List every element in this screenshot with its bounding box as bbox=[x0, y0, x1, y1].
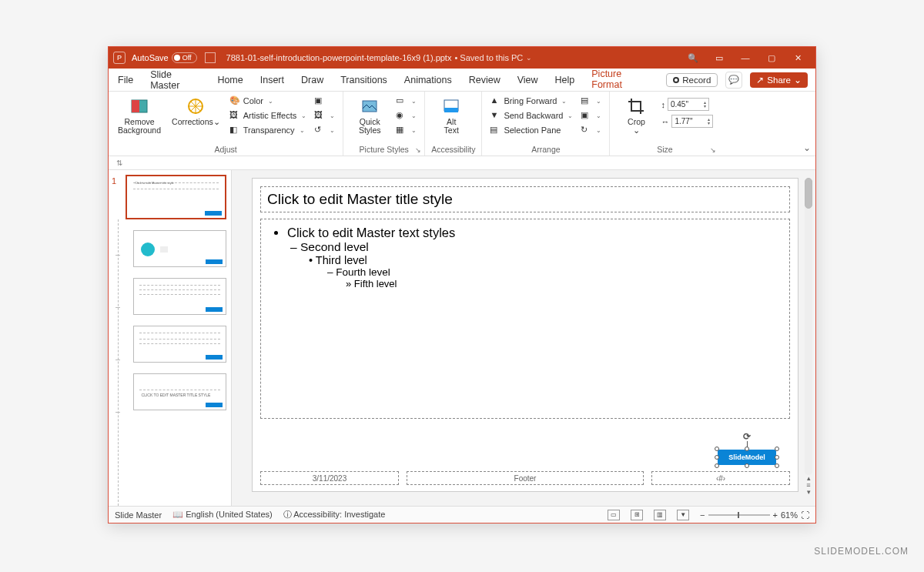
crop-button[interactable]: Crop⌄ bbox=[616, 95, 656, 136]
record-button[interactable]: Record bbox=[666, 73, 718, 87]
resize-handle[interactable] bbox=[715, 447, 719, 451]
close-button[interactable]: ✕ bbox=[785, 53, 811, 63]
zoom-control[interactable]: − + 61% ⛶ bbox=[700, 510, 809, 520]
slide-sorter-icon[interactable]: ⊞ bbox=[631, 510, 643, 520]
thumbnail-pane[interactable]: 1 Click to edit Master title style bbox=[109, 170, 232, 506]
dialog-launcher-icon[interactable]: ↘ bbox=[415, 146, 421, 154]
width-input[interactable]: ↔1.77"▴▾ bbox=[661, 115, 713, 128]
resize-handle[interactable] bbox=[775, 447, 779, 451]
reset-picture-button[interactable]: ↺⌄ bbox=[313, 124, 336, 136]
tab-transitions[interactable]: Transitions bbox=[339, 72, 389, 89]
record-icon bbox=[673, 77, 679, 83]
resize-handle[interactable] bbox=[715, 463, 719, 468]
corrections-button[interactable]: Corrections⌄ bbox=[169, 95, 223, 128]
autosave-toggle[interactable]: Off bbox=[172, 52, 197, 63]
ribbon-tabs: File Slide Master Home Insert Draw Trans… bbox=[109, 69, 815, 92]
slideshow-icon[interactable]: ▼ bbox=[677, 510, 689, 520]
footer-placeholder[interactable]: Footer bbox=[407, 471, 644, 485]
remove-background-icon bbox=[129, 96, 149, 116]
accessibility-button[interactable]: ⓘ Accessibility: Investigate bbox=[283, 509, 386, 520]
resize-handle[interactable] bbox=[775, 455, 779, 460]
tab-review[interactable]: Review bbox=[467, 72, 502, 89]
zoom-slider[interactable] bbox=[708, 514, 770, 516]
bring-forward-button[interactable]: ▲Bring Forward⌄ bbox=[488, 95, 574, 107]
remove-background-button[interactable]: Remove Background bbox=[115, 95, 164, 136]
tab-picture-format[interactable]: Picture Format bbox=[590, 65, 652, 95]
tab-help[interactable]: Help bbox=[554, 72, 577, 89]
title-placeholder[interactable]: Click to edit Master title style bbox=[260, 186, 790, 212]
fit-to-window-icon[interactable]: ⛶ bbox=[801, 510, 809, 520]
svg-rect-5 bbox=[444, 108, 458, 112]
share-button[interactable]: ↗ Share ⌄ bbox=[750, 72, 808, 88]
slide-editor[interactable]: Click to edit Master title style Click t… bbox=[232, 170, 815, 506]
zoom-out-icon[interactable]: − bbox=[700, 510, 705, 520]
height-icon: ↕ bbox=[661, 100, 665, 109]
qat-handle-icon[interactable]: ⇅ bbox=[116, 159, 122, 167]
prev-slide-icon[interactable]: ▴ bbox=[805, 475, 812, 481]
resize-handle[interactable] bbox=[745, 447, 749, 451]
resize-handle[interactable] bbox=[775, 463, 779, 468]
watermark: SLIDEMODEL.COM bbox=[814, 546, 909, 557]
transparency-button[interactable]: ◧Transparency⌄ bbox=[228, 124, 308, 136]
compress-pictures-button[interactable]: ▣ bbox=[313, 95, 336, 107]
selection-pane-button[interactable]: ▤Selection Pane bbox=[488, 124, 574, 136]
normal-view-icon[interactable]: ▭ bbox=[608, 510, 620, 520]
align-icon: ▤ bbox=[581, 95, 591, 106]
picture-effects-button[interactable]: ◉⌄ bbox=[394, 109, 418, 122]
search-icon[interactable]: 🔍 bbox=[680, 53, 706, 63]
collapse-ribbon-icon[interactable]: ⌄ bbox=[803, 142, 811, 153]
zoom-in-icon[interactable]: + bbox=[773, 510, 778, 520]
date-placeholder[interactable]: 3/11/2023 bbox=[260, 471, 399, 485]
selected-logo-image[interactable]: ⟳ SlideModel bbox=[718, 450, 776, 465]
group-button[interactable]: ▣⌄ bbox=[579, 109, 603, 122]
rotate-button[interactable]: ↻⌄ bbox=[579, 124, 603, 136]
change-picture-button[interactable]: 🖼⌄ bbox=[313, 109, 336, 122]
layout-thumbnail[interactable] bbox=[133, 278, 226, 315]
group-arrange: ▲Bring Forward⌄ ▼Send Backward⌄ ▤Selecti… bbox=[482, 92, 610, 156]
maximize-button[interactable]: ▢ bbox=[758, 53, 785, 63]
height-input[interactable]: ↕0.45"▴▾ bbox=[661, 98, 713, 111]
slide-number: 1 bbox=[112, 176, 116, 186]
reading-view-icon[interactable]: ▥ bbox=[654, 510, 666, 520]
master-thumbnail[interactable]: Click to edit Master title style bbox=[126, 175, 226, 219]
comments-icon[interactable]: 💬 bbox=[725, 72, 742, 89]
tab-insert[interactable]: Insert bbox=[259, 72, 286, 89]
corrections-icon bbox=[186, 96, 206, 116]
saved-state[interactable]: • Saved to this PC bbox=[454, 53, 523, 62]
color-button[interactable]: 🎨Color⌄ bbox=[228, 95, 308, 107]
resize-handle[interactable] bbox=[745, 463, 749, 468]
dialog-launcher-icon[interactable]: ↘ bbox=[710, 146, 716, 154]
zoom-value[interactable]: 61% bbox=[781, 510, 798, 520]
next-slide-icon[interactable]: ▾ bbox=[805, 489, 812, 495]
tab-animations[interactable]: Animations bbox=[403, 72, 454, 89]
ribbon-display-icon[interactable]: ▭ bbox=[706, 53, 732, 63]
save-icon[interactable] bbox=[205, 52, 216, 63]
send-backward-button[interactable]: ▼Send Backward⌄ bbox=[488, 109, 574, 122]
artistic-effects-button[interactable]: 🖼Artistic Effects⌄ bbox=[228, 109, 308, 122]
text-level-3: Third level bbox=[272, 254, 778, 266]
tab-home[interactable]: Home bbox=[216, 72, 244, 89]
tab-slide-master[interactable]: Slide Master bbox=[149, 66, 202, 94]
page-number-placeholder[interactable]: ‹#› bbox=[651, 471, 790, 485]
align-button[interactable]: ▤⌄ bbox=[579, 95, 603, 107]
language-button[interactable]: 📖 English (United States) bbox=[172, 510, 273, 520]
layout-thumbnail[interactable] bbox=[133, 230, 226, 267]
vertical-scrollbar[interactable] bbox=[805, 178, 812, 475]
resize-handle[interactable] bbox=[715, 455, 719, 460]
picture-layout-button[interactable]: ▦⌄ bbox=[394, 124, 418, 136]
body-placeholder[interactable]: Click to edit Master text styles Second … bbox=[260, 219, 790, 419]
layout-thumbnail[interactable]: CLICK TO EDIT MASTER TITLE STYLE bbox=[133, 373, 226, 410]
tab-draw[interactable]: Draw bbox=[300, 72, 325, 89]
width-icon: ↔ bbox=[661, 117, 669, 126]
quick-styles-button[interactable]: Quick Styles bbox=[350, 95, 390, 136]
chevron-down-icon[interactable]: ⌄ bbox=[526, 54, 532, 62]
picture-border-button[interactable]: ▭⌄ bbox=[394, 95, 418, 107]
rotate-handle-icon[interactable]: ⟳ bbox=[743, 431, 751, 442]
layout-thumbnail[interactable] bbox=[133, 326, 226, 363]
alt-text-button[interactable]: Alt Text bbox=[431, 95, 471, 136]
group-label: Arrange bbox=[488, 144, 603, 154]
slide-canvas[interactable]: Click to edit Master title style Click t… bbox=[252, 178, 798, 492]
minimize-button[interactable]: — bbox=[732, 53, 758, 62]
tab-view[interactable]: View bbox=[516, 72, 540, 89]
tab-file[interactable]: File bbox=[116, 72, 135, 89]
